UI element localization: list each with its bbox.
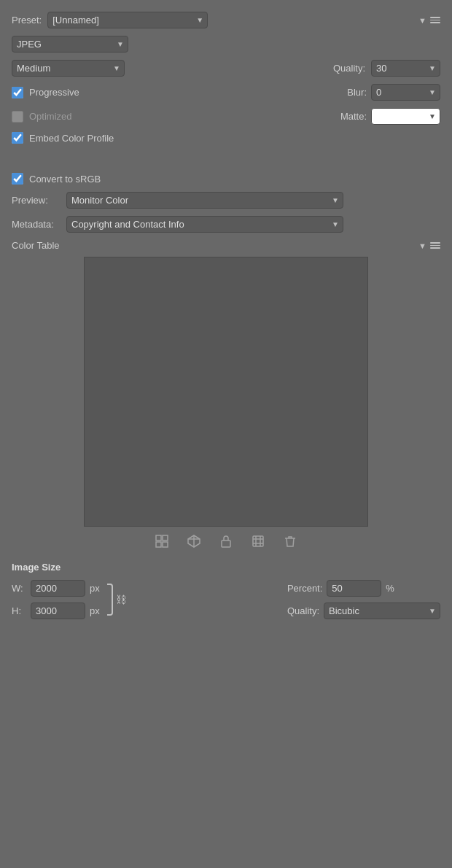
- h-label: H:: [12, 605, 26, 616]
- svg-rect-8: [253, 536, 263, 546]
- height-input[interactable]: [31, 602, 85, 619]
- lock-icon[interactable]: [217, 532, 235, 550]
- bicubic-select[interactable]: Bicubic: [324, 602, 440, 619]
- w-label: W:: [12, 583, 26, 594]
- svg-rect-0: [156, 535, 161, 540]
- crop-icon[interactable]: [249, 532, 267, 550]
- convert-srgb-label: Convert to sRGB: [29, 174, 101, 185]
- convert-srgb-checkbox[interactable]: [12, 173, 23, 185]
- metadata-label: Metadata:: [12, 219, 66, 230]
- quality-label: Quality:: [333, 63, 365, 74]
- progressive-checkbox[interactable]: [12, 87, 23, 98]
- image-size-title: Image Size: [12, 562, 440, 573]
- percent-suffix: %: [386, 583, 394, 594]
- h-px-label: px: [90, 605, 104, 616]
- percent-label: Percent:: [287, 583, 322, 594]
- quality-type-label: Quality:: [287, 605, 319, 616]
- quality-select[interactable]: 30: [371, 60, 440, 77]
- progressive-label: Progressive: [29, 87, 79, 98]
- preset-select[interactable]: [Unnamed]: [47, 12, 208, 28]
- matte-select-wrapper: ▼: [371, 108, 440, 125]
- color-table-canvas: [84, 257, 368, 527]
- embed-color-profile-checkbox[interactable]: [12, 132, 23, 144]
- compression-select[interactable]: Medium: [12, 60, 125, 77]
- matte-select[interactable]: [371, 108, 440, 125]
- preset-menu-icon[interactable]: ▼: [418, 16, 440, 25]
- cube-icon[interactable]: [185, 532, 203, 550]
- width-input[interactable]: [31, 580, 85, 597]
- matte-label: Matte:: [340, 111, 367, 122]
- w-px-label: px: [90, 583, 104, 594]
- embed-color-profile-label: Embed Color Profile: [29, 133, 114, 144]
- compression-select-wrapper: Medium ▼: [12, 60, 125, 77]
- preview-select-wrapper: Monitor Color ▼: [66, 192, 343, 209]
- trash-icon[interactable]: [281, 532, 299, 550]
- format-select[interactable]: JPEG: [12, 36, 128, 53]
- preview-label: Preview:: [12, 195, 66, 206]
- svg-rect-7: [222, 540, 230, 547]
- chain-icon: ⛓: [116, 594, 126, 605]
- blur-label: Blur:: [347, 87, 367, 98]
- preset-label: Preset:: [12, 15, 42, 26]
- percent-input[interactable]: [327, 580, 381, 597]
- blur-select[interactable]: 0: [371, 84, 440, 101]
- preset-select-wrapper: [Unnamed] ▼: [47, 12, 208, 28]
- bicubic-select-wrapper: Bicubic ▼: [324, 602, 440, 619]
- grid-icon[interactable]: [153, 532, 171, 550]
- svg-rect-3: [163, 542, 168, 547]
- svg-rect-2: [156, 542, 161, 547]
- metadata-select-wrapper: Copyright and Contact Info ▼: [66, 216, 343, 233]
- svg-rect-1: [163, 535, 168, 540]
- optimized-label: Optimized: [29, 111, 72, 122]
- preview-select[interactable]: Monitor Color: [66, 192, 343, 209]
- optimized-checkbox[interactable]: [12, 111, 23, 123]
- color-table-label: Color Table: [12, 240, 60, 251]
- blur-select-wrapper: 0 ▼: [371, 84, 440, 101]
- quality-select-wrapper: 30 ▼: [371, 60, 440, 77]
- metadata-select[interactable]: Copyright and Contact Info: [66, 216, 343, 233]
- color-table-menu-icon[interactable]: ▼: [418, 241, 440, 250]
- format-select-wrapper: JPEG ▼: [12, 36, 128, 53]
